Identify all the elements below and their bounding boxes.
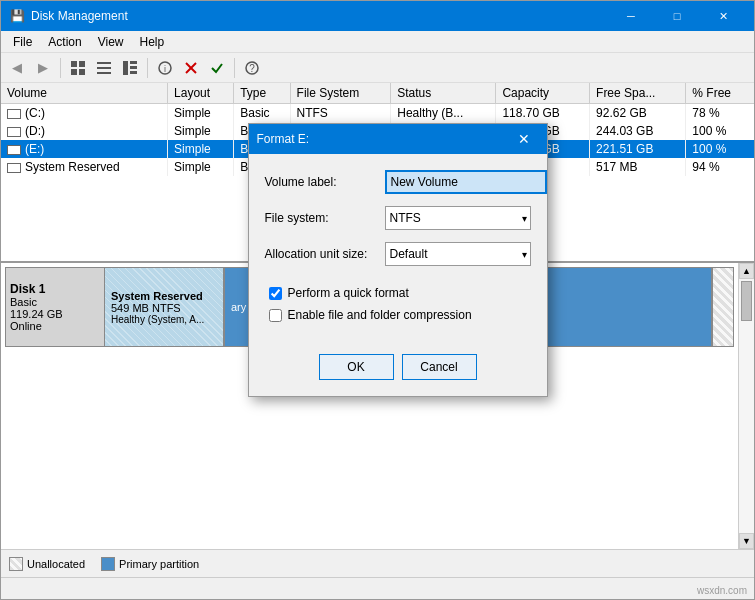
modal-body: Volume label: File system: NTFS FAT32 ex…	[249, 154, 547, 346]
modal-close-button[interactable]: ✕	[509, 124, 539, 154]
volume-label-input[interactable]	[385, 170, 547, 194]
file-system-select-wrapper: NTFS FAT32 exFAT ▾	[385, 206, 531, 230]
quick-format-label[interactable]: Perform a quick format	[288, 286, 409, 300]
ok-button[interactable]: OK	[319, 354, 394, 380]
volume-label-row: Volume label:	[265, 170, 531, 194]
alloc-unit-row: Allocation unit size: Default 512 1024 2…	[265, 242, 531, 266]
compression-checkbox[interactable]	[269, 309, 282, 322]
modal-titlebar: Format E: ✕	[249, 124, 547, 154]
compression-row: Enable file and folder compression	[265, 308, 531, 322]
modal-footer: OK Cancel	[249, 346, 547, 396]
modal-title: Format E:	[257, 132, 509, 146]
quick-format-checkbox[interactable]	[269, 287, 282, 300]
alloc-unit-label: Allocation unit size:	[265, 247, 385, 261]
cancel-button[interactable]: Cancel	[402, 354, 477, 380]
file-system-select[interactable]: NTFS FAT32 exFAT	[385, 206, 531, 230]
format-dialog: Format E: ✕ Volume label: File system: N…	[248, 123, 548, 397]
quick-format-row: Perform a quick format	[265, 286, 531, 300]
file-system-label: File system:	[265, 211, 385, 225]
spacer	[265, 278, 531, 286]
volume-label-text: Volume label:	[265, 175, 385, 189]
modal-overlay: Format E: ✕ Volume label: File system: N…	[0, 0, 755, 600]
file-system-row: File system: NTFS FAT32 exFAT ▾	[265, 206, 531, 230]
alloc-unit-select-wrapper: Default 512 1024 2048 4096 ▾	[385, 242, 531, 266]
compression-label[interactable]: Enable file and folder compression	[288, 308, 472, 322]
alloc-unit-select[interactable]: Default 512 1024 2048 4096	[385, 242, 531, 266]
